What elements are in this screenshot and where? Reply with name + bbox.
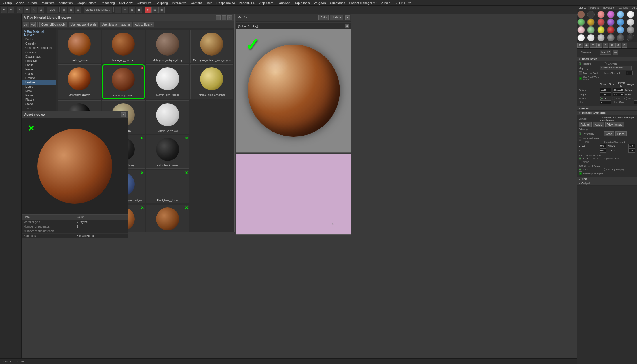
me-map-channel-input[interactable] xyxy=(626,71,633,75)
array-btn[interactable]: ⊞ xyxy=(129,7,135,13)
select-btn[interactable]: ↖ xyxy=(17,7,23,13)
swatch-11[interactable] xyxy=(627,18,634,26)
me-crop-btn[interactable]: Crop xyxy=(604,131,614,136)
swatch-1[interactable] xyxy=(587,11,595,18)
me-tab-material[interactable]: Material xyxy=(588,6,601,10)
menu-item-views[interactable]: Views xyxy=(14,0,26,5)
menu-item-arnold[interactable]: Arnold xyxy=(380,0,392,5)
swatch-0[interactable] xyxy=(577,11,585,18)
me-w-input[interactable] xyxy=(628,144,635,148)
snap3-btn[interactable]: ⊡ xyxy=(75,7,81,13)
open-me-btn[interactable]: Open ME on apply xyxy=(39,22,67,27)
undo-btn[interactable]: ↩ xyxy=(1,7,7,13)
me-icon-7[interactable]: ↺ xyxy=(615,43,621,48)
me-height-offset-input[interactable] xyxy=(600,92,611,96)
me-coordinates-header[interactable]: ▼ Coordinates xyxy=(577,57,637,61)
swatch-8[interactable] xyxy=(597,18,605,26)
map-auto-btn[interactable]: Auto xyxy=(318,15,329,20)
me-texture-radio[interactable] xyxy=(579,62,581,65)
swatch-21[interactable] xyxy=(607,34,615,41)
swatch-13[interactable] xyxy=(587,26,595,34)
menu-item-rendering[interactable]: Rendering xyxy=(98,0,117,5)
material-cell-mahogany-antique[interactable]: Mahogany_antique xyxy=(102,30,145,63)
menu-item-animation[interactable]: Animation xyxy=(57,0,74,5)
category-carpaint[interactable]: Carpaint xyxy=(22,41,56,46)
menu-item-scripting[interactable]: Scripting xyxy=(154,0,170,5)
category-concrete[interactable]: Concrete xyxy=(22,50,56,54)
material-cell-mahogany-antique-dusty[interactable]: Mahogany_antique_dusty xyxy=(146,30,189,63)
menu-item-rapidtools[interactable]: rapidTools xyxy=(293,0,311,5)
swatch-14[interactable] xyxy=(597,26,605,34)
material-cell-paint-blue-glossy[interactable]: Paint_blue_glossy ✕ xyxy=(146,170,189,203)
me-noise-header[interactable]: ▶ Noise xyxy=(577,106,637,111)
me-output-header[interactable]: ▶ Output xyxy=(577,181,637,186)
category-stone[interactable]: Stone xyxy=(22,102,56,106)
menu-item-customize[interactable]: Customize xyxy=(135,0,153,5)
material-cell-parquet-matte[interactable]: Parquet_Brittany_matte ✕ xyxy=(146,205,189,232)
menu-item-graph-editors[interactable]: Graph Editors xyxy=(75,0,98,5)
map-update-btn[interactable]: Update xyxy=(330,15,343,20)
me-u-input[interactable] xyxy=(600,144,606,148)
menu-item-phoenix[interactable]: Phoenix FD xyxy=(237,0,257,5)
me-none-filter-radio[interactable] xyxy=(579,140,581,143)
me-height-size-input[interactable] xyxy=(613,92,624,96)
menu-item-help[interactable]: Help xyxy=(204,0,214,5)
render-btn[interactable]: ▶ xyxy=(145,7,151,13)
me-h-input[interactable] xyxy=(628,148,635,153)
me-width-offset-input[interactable] xyxy=(600,88,611,92)
me-reload-btn[interactable]: Reload xyxy=(579,122,592,127)
material-cell-leather-suede[interactable]: Leather_suede xyxy=(58,30,101,63)
snap2-btn[interactable]: ⊟ xyxy=(68,7,74,13)
category-plastic[interactable]: Plastic xyxy=(22,98,56,102)
me-rgb-intensity-radio[interactable] xyxy=(579,157,581,160)
me-alpha-radio[interactable] xyxy=(579,161,581,163)
me-blur-offset-input[interactable] xyxy=(634,100,637,104)
me-icon-2[interactable]: ◉ xyxy=(584,43,589,48)
swatch-9[interactable] xyxy=(607,18,615,26)
me-icon-5[interactable]: ⊙ xyxy=(603,43,608,48)
material-cell-mahogany-worn[interactable]: Mahogany_antique_worn_edges xyxy=(190,30,234,63)
real-world-scale-btn[interactable]: Use real world scale xyxy=(69,22,98,27)
category-foam[interactable]: Foam xyxy=(22,67,56,72)
menu-item-civil-view[interactable]: Civil View xyxy=(117,0,134,5)
swatch-19[interactable] xyxy=(587,34,595,41)
menu-item-content[interactable]: Content xyxy=(189,0,204,5)
menu-item-project-manager[interactable]: Project Manager v.3 xyxy=(347,0,379,5)
me-environ-radio[interactable] xyxy=(604,62,607,65)
me-none-opaque-radio[interactable] xyxy=(604,168,607,171)
view-btn[interactable]: View xyxy=(47,7,58,13)
category-paper[interactable]: Paper xyxy=(22,93,56,98)
me-bitmap-btn[interactable]: BM xyxy=(613,50,618,55)
material-cell-mahogany-glossy[interactable]: Mahogany_glossy xyxy=(58,64,101,99)
render-region-btn[interactable]: ⊡ xyxy=(151,7,158,13)
browser-close-btn[interactable]: ✕ xyxy=(227,15,232,20)
me-summed-area-radio[interactable] xyxy=(579,137,581,140)
swatch-10[interactable] xyxy=(617,18,624,26)
swatch-15[interactable] xyxy=(607,26,615,34)
browser-maximize-btn[interactable]: □ xyxy=(222,15,226,20)
me-icon-6[interactable]: ⊠ xyxy=(609,43,615,48)
viewport-close-btn[interactable]: ✕ xyxy=(345,24,349,28)
move-btn[interactable]: ✛ xyxy=(24,7,30,13)
category-root-header[interactable]: V-Ray Material Library xyxy=(22,29,56,37)
me-vw-radio[interactable] xyxy=(612,97,615,100)
asset-preview-close-btn[interactable]: ✕ xyxy=(121,112,126,117)
map-close-btn[interactable]: ✕ xyxy=(345,15,350,20)
swatch-5[interactable] xyxy=(627,11,634,18)
swatch-6[interactable] xyxy=(577,18,585,26)
menu-item-laubwerk[interactable]: Laubwerk xyxy=(276,0,293,5)
redo-btn[interactable]: ↪ xyxy=(8,7,14,13)
add-to-library-btn[interactable]: Add to library xyxy=(133,22,154,27)
browser-minimize-btn[interactable]: ─ xyxy=(216,15,221,20)
me-icon-4[interactable]: ▤ xyxy=(596,43,602,48)
material-cell-marble-ocagonal[interactable]: Marble_tiles_ocagonal xyxy=(190,64,234,99)
me-time-header[interactable]: ▶ Time xyxy=(577,177,637,181)
material-cell-marble-veiny-old[interactable]: Marble_veiny_old xyxy=(146,100,189,134)
menu-item-verge3d[interactable]: Verge3D xyxy=(312,0,328,5)
swatch-12[interactable] xyxy=(577,26,585,34)
me-apply-btn[interactable]: Apply xyxy=(593,122,604,127)
me-width-size-input[interactable] xyxy=(613,88,624,92)
triplanar-btn[interactable]: Use triplanar mapping xyxy=(100,22,132,27)
category-glass[interactable]: Glass xyxy=(22,72,56,76)
swatch-23[interactable] xyxy=(627,34,634,41)
